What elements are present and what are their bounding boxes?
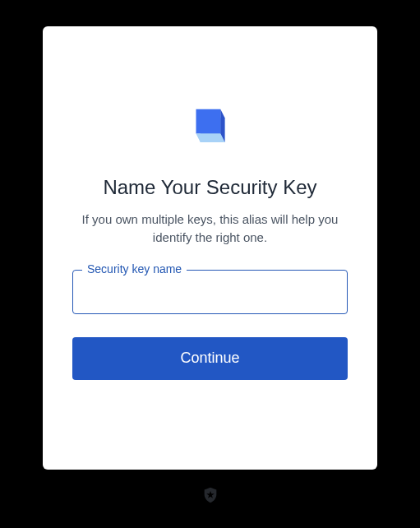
page-subtitle: If you own multiple keys, this alias wil… [75,211,346,247]
security-key-name-fieldset: Security key name [72,270,348,314]
continue-button[interactable]: Continue [72,337,348,380]
security-key-name-label: Security key name [82,262,187,276]
shield-badge-icon [201,486,219,504]
svg-marker-3 [196,134,224,143]
security-key-name-input[interactable] [72,270,348,314]
svg-rect-1 [196,109,220,134]
page-title: Name Your Security Key [103,176,316,199]
security-key-card: Name Your Security Key If you own multip… [43,26,377,470]
app-logo-icon [184,99,237,151]
